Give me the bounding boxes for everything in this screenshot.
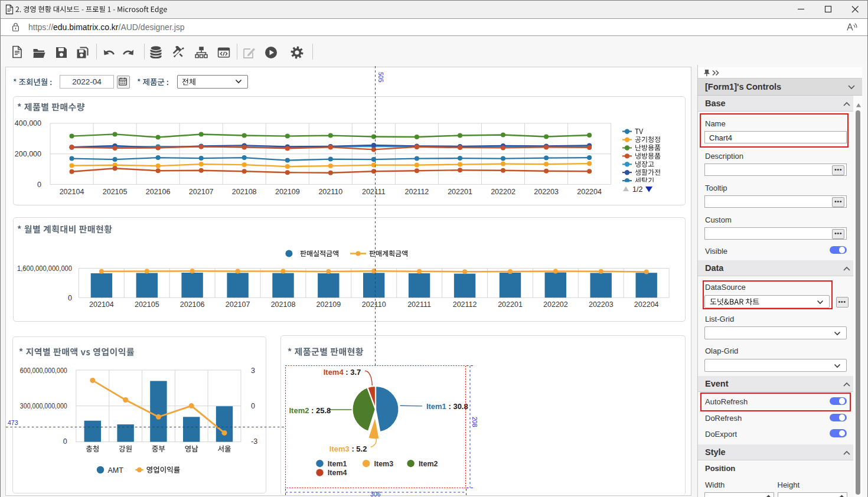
svg-text:208: 208 [471,417,478,427]
svg-text:306: 306 [370,491,381,497]
svg-text:473: 473 [8,419,18,426]
svg-text:505: 505 [377,72,384,83]
